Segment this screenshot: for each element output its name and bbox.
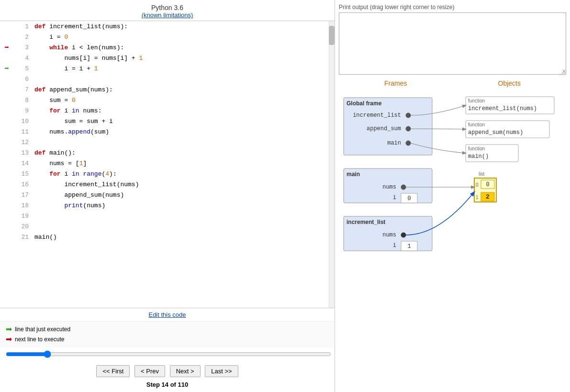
- arrow-col: [0, 126, 13, 137]
- green-arrow-icon: ➡: [4, 65, 9, 73]
- code-line: append_sum(nums): [33, 190, 335, 200]
- table-row: 15 for i in range(4):: [0, 168, 335, 179]
- line-number: 13: [13, 147, 33, 158]
- red-arrow-icon: ➡: [6, 335, 12, 344]
- code-line: nums[i] = nums[i] + 1: [33, 53, 335, 63]
- arrow-col: [0, 232, 13, 242]
- viz-svg: Global frame increment_list append_sum m…: [339, 93, 559, 294]
- table-row: 12: [0, 137, 335, 147]
- arrow-col: [0, 168, 13, 179]
- table-row: 21main(): [0, 232, 335, 242]
- step-slider[interactable]: [6, 350, 331, 358]
- list-label: list: [479, 171, 484, 177]
- table-row: 11 nums.append(sum): [0, 126, 335, 137]
- resize-hint-icon: ⇲: [562, 67, 565, 73]
- arrow-col: [0, 74, 13, 84]
- global-dot-main: [406, 141, 411, 146]
- list-val-0: 0: [486, 181, 489, 188]
- legend-red: ➡ next line to execute: [6, 335, 329, 344]
- global-var-increment-list: increment_list: [353, 112, 401, 119]
- frames-objects-header: Frames Objects: [339, 79, 566, 89]
- obj-main-label: function: [468, 146, 485, 151]
- obj-append-sum-value: append_sum(nums): [468, 129, 523, 136]
- main-val-i: 0: [407, 195, 411, 202]
- green-arrow-icon: ➡: [6, 325, 12, 334]
- edit-this-code-link[interactable]: Edit this code: [148, 311, 186, 318]
- viz-area: Frames Objects Global frame increment_li…: [339, 79, 566, 388]
- viz-container: Global frame increment_list append_sum m…: [339, 93, 559, 294]
- main-dot-nums: [401, 185, 406, 190]
- line-number: 20: [13, 221, 33, 232]
- global-dot-append-sum: [406, 126, 411, 131]
- line-number: 6: [13, 74, 33, 84]
- table-row: 8 sum = 0: [0, 95, 335, 105]
- global-dot-increment-list: [406, 113, 411, 118]
- arrow-col: [0, 221, 13, 232]
- line-number: 1: [13, 21, 33, 32]
- arrow-col: ➡: [0, 42, 13, 53]
- last-button[interactable]: Last >>: [205, 365, 238, 377]
- code-line: while i < len(nums):: [33, 42, 335, 53]
- known-limitations-link[interactable]: (known limitations): [142, 11, 193, 19]
- line-number: 10: [13, 116, 33, 126]
- incr-val-i: 1: [407, 243, 411, 250]
- code-line: print(nums): [33, 200, 335, 211]
- table-row: 14 nums = [1]: [0, 158, 335, 168]
- table-row: 20: [0, 221, 335, 232]
- first-button[interactable]: << First: [96, 365, 130, 377]
- next-button[interactable]: Next >: [170, 365, 201, 377]
- main-var-nums: nums: [382, 184, 396, 190]
- line-number: 18: [13, 200, 33, 211]
- arrow-col: [0, 211, 13, 221]
- arrow-col: [0, 116, 13, 126]
- line-number: 16: [13, 179, 33, 190]
- line-number: 11: [13, 126, 33, 137]
- list-val-1: 2: [486, 193, 490, 201]
- table-row: 7def append_sum(nums):: [0, 84, 335, 95]
- line-number: 14: [13, 158, 33, 168]
- arrow-col: [0, 95, 13, 105]
- code-line: main(): [33, 232, 335, 242]
- obj-increment-list-value: increment_list(nums): [468, 105, 537, 112]
- code-line: for i in range(4):: [33, 168, 335, 179]
- code-line: [33, 221, 335, 232]
- edit-link-area: Edit this code: [0, 308, 335, 321]
- table-row: 13def main():: [0, 147, 335, 158]
- line-number: 5: [13, 63, 33, 74]
- prev-button[interactable]: < Prev: [134, 365, 165, 377]
- line-number: 19: [13, 211, 33, 221]
- code-table: 1def increment_list(nums):2 i = 0➡3 whil…: [0, 21, 335, 242]
- table-row: 10 sum = sum + i: [0, 116, 335, 126]
- line-number: 17: [13, 190, 33, 200]
- scrollbar-thumb[interactable]: [329, 26, 335, 45]
- table-row: ➡5 i = i + 1: [0, 63, 335, 74]
- code-line: sum = 0: [33, 95, 335, 105]
- line-number: 9: [13, 105, 33, 116]
- code-header: Python 3.6 (known limitations): [0, 0, 335, 21]
- list-idx-0: 0: [476, 182, 479, 188]
- code-area: 1def increment_list(nums):2 i = 0➡3 whil…: [0, 21, 335, 308]
- incr-frame-title: increment_list: [346, 219, 385, 225]
- table-row: 6: [0, 74, 335, 84]
- main-frame-title: main: [346, 171, 360, 178]
- frames-label: Frames: [384, 79, 407, 87]
- line-number: 21: [13, 232, 33, 242]
- table-row: 17 append_sum(nums): [0, 190, 335, 200]
- line-number: 15: [13, 168, 33, 179]
- obj-main-value: main(): [468, 153, 489, 160]
- arrow-col: [0, 158, 13, 168]
- arrow-col: [0, 53, 13, 63]
- code-line: i = i + 1: [33, 63, 335, 74]
- arrow-col: [0, 200, 13, 211]
- table-row: 4 nums[i] = nums[i] + 1: [0, 53, 335, 63]
- code-line: increment_list(nums): [33, 179, 335, 190]
- objects-label: Objects: [498, 79, 521, 87]
- code-line: nums.append(sum): [33, 126, 335, 137]
- table-row: ➡3 while i < len(nums):: [0, 42, 335, 53]
- scrollbar-track[interactable]: [329, 21, 335, 308]
- python-version-title: Python 3.6: [0, 4, 335, 11]
- arrow-col: [0, 32, 13, 42]
- table-row: 1def increment_list(nums):: [0, 21, 335, 32]
- obj-append-sum-label: function: [468, 122, 485, 127]
- right-panel: Print output (drag lower right corner to…: [335, 0, 570, 392]
